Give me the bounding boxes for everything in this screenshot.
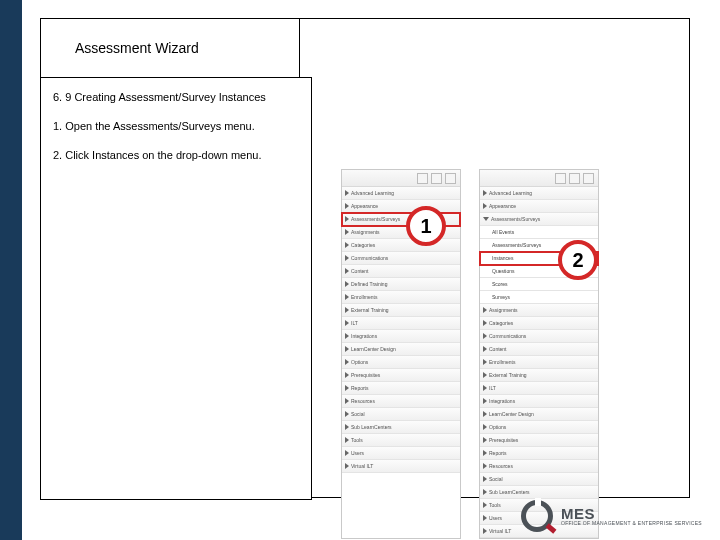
chevron-right-icon	[483, 346, 487, 352]
toolbar-icon	[555, 173, 566, 184]
chevron-right-icon	[345, 385, 349, 391]
chevron-right-icon	[483, 359, 487, 365]
menu-item[interactable]: ILT	[342, 317, 460, 330]
chevron-right-icon	[483, 320, 487, 326]
chevron-right-icon	[345, 411, 349, 417]
menu-item[interactable]: Defined Training	[342, 278, 460, 291]
instruction-box: 6. 9 Creating Assessment/Survey Instance…	[40, 77, 312, 500]
chevron-right-icon	[483, 463, 487, 469]
step-1: 1. Open the Assessments/Surveys menu.	[53, 119, 299, 134]
chevron-right-icon	[345, 255, 349, 261]
menu-item[interactable]: LearnCenter Design	[480, 408, 598, 421]
menu-item[interactable]: Appearance	[480, 200, 598, 213]
menu-item[interactable]: External Training	[342, 304, 460, 317]
menu-item[interactable]: Content	[342, 265, 460, 278]
menu-item[interactable]: External Training	[480, 369, 598, 382]
toolbar-icon	[583, 173, 594, 184]
chevron-right-icon	[345, 242, 349, 248]
menu-item[interactable]: Communications	[480, 330, 598, 343]
title-box: Assessment Wizard	[40, 18, 300, 78]
menu-item[interactable]: Communications	[342, 252, 460, 265]
menu-item[interactable]: Enrollments	[480, 356, 598, 369]
chevron-right-icon	[483, 190, 487, 196]
step-2: 2. Click Instances on the drop-down menu…	[53, 148, 299, 163]
brand-mark-icon	[521, 500, 555, 532]
submenu-item[interactable]: Scores	[480, 278, 598, 291]
chevron-right-icon	[345, 424, 349, 430]
menu-item[interactable]: Reports	[342, 382, 460, 395]
screenshot-area: 1 Advanced LearningAppearanceAssessments…	[341, 169, 599, 539]
chevron-right-icon	[345, 203, 349, 209]
chevron-right-icon	[483, 437, 487, 443]
menu-item[interactable]: Virtual ILT	[342, 460, 460, 473]
menu-item[interactable]: Enrollments	[342, 291, 460, 304]
menu-item[interactable]: ILT	[480, 382, 598, 395]
chevron-right-icon	[483, 424, 487, 430]
menu-item[interactable]: Integrations	[342, 330, 460, 343]
chevron-right-icon	[483, 528, 487, 534]
toolbar-icon	[431, 173, 442, 184]
chevron-right-icon	[345, 281, 349, 287]
menu-item[interactable]: Tools	[342, 434, 460, 447]
chevron-right-icon	[483, 411, 487, 417]
chevron-right-icon	[483, 450, 487, 456]
chevron-right-icon	[483, 489, 487, 495]
chevron-right-icon	[345, 268, 349, 274]
section-heading: 6. 9 Creating Assessment/Survey Instance…	[53, 90, 299, 105]
menu-item[interactable]: Assessments/Surveys	[480, 213, 598, 226]
chevron-right-icon	[345, 320, 349, 326]
chevron-right-icon	[345, 372, 349, 378]
menu-item[interactable]: Reports	[480, 447, 598, 460]
panel-toolbar	[480, 170, 598, 187]
menu-item[interactable]: Social	[480, 473, 598, 486]
chevron-right-icon	[483, 333, 487, 339]
brand-text: MES OFFICE OF MANAGEMENT & ENTERPRISE SE…	[561, 506, 702, 526]
brand-subtitle: OFFICE OF MANAGEMENT & ENTERPRISE SERVIC…	[561, 521, 702, 526]
chevron-right-icon	[483, 307, 487, 313]
callout-1-label: 1	[420, 215, 431, 238]
chevron-right-icon	[345, 307, 349, 313]
menu-item[interactable]: Categories	[342, 239, 460, 252]
menu-item[interactable]: Advanced Learning	[480, 187, 598, 200]
chevron-right-icon	[345, 294, 349, 300]
chevron-right-icon	[345, 437, 349, 443]
menu-item[interactable]: Resources	[342, 395, 460, 408]
chevron-right-icon	[483, 398, 487, 404]
brand-name: MES	[561, 506, 702, 521]
menu-item[interactable]: Social	[342, 408, 460, 421]
chevron-right-icon	[345, 359, 349, 365]
chevron-right-icon	[483, 385, 487, 391]
callout-1: 1	[406, 206, 446, 246]
menu-item[interactable]: Options	[342, 356, 460, 369]
chevron-right-icon	[345, 333, 349, 339]
menu-item[interactable]: Prerequisites	[480, 434, 598, 447]
callout-2: 2	[558, 240, 598, 280]
menu-item[interactable]: LearnCenter Design	[342, 343, 460, 356]
chevron-right-icon	[483, 476, 487, 482]
page-title: Assessment Wizard	[75, 40, 199, 56]
chevron-right-icon	[345, 216, 349, 222]
menu-item[interactable]: Content	[480, 343, 598, 356]
chevron-right-icon	[345, 398, 349, 404]
menu-item[interactable]: Categories	[480, 317, 598, 330]
menu-item[interactable]: Integrations	[480, 395, 598, 408]
brand-logo: MES OFFICE OF MANAGEMENT & ENTERPRISE SE…	[521, 500, 702, 532]
toolbar-icon	[569, 173, 580, 184]
panel-toolbar	[342, 170, 460, 187]
main-frame: Assessment Wizard 6. 9 Creating Assessme…	[40, 18, 690, 498]
menu-item[interactable]: Resources	[480, 460, 598, 473]
menu-item[interactable]: Assignments	[480, 304, 598, 317]
menu-item[interactable]: Sub LearnCenters	[342, 421, 460, 434]
menu-panel-left: 1 Advanced LearningAppearanceAssessments…	[341, 169, 461, 539]
toolbar-icon	[445, 173, 456, 184]
menu-item[interactable]: Prerequisites	[342, 369, 460, 382]
submenu-item[interactable]: Surveys	[480, 291, 598, 304]
submenu-item[interactable]: All Events	[480, 226, 598, 239]
menu-item[interactable]: Options	[480, 421, 598, 434]
menu-item[interactable]: Advanced Learning	[342, 187, 460, 200]
menu-item[interactable]: Users	[342, 447, 460, 460]
accent-bar	[0, 0, 22, 540]
menu-item[interactable]: Appearance	[342, 200, 460, 213]
chevron-down-icon	[483, 217, 489, 221]
chevron-right-icon	[483, 372, 487, 378]
